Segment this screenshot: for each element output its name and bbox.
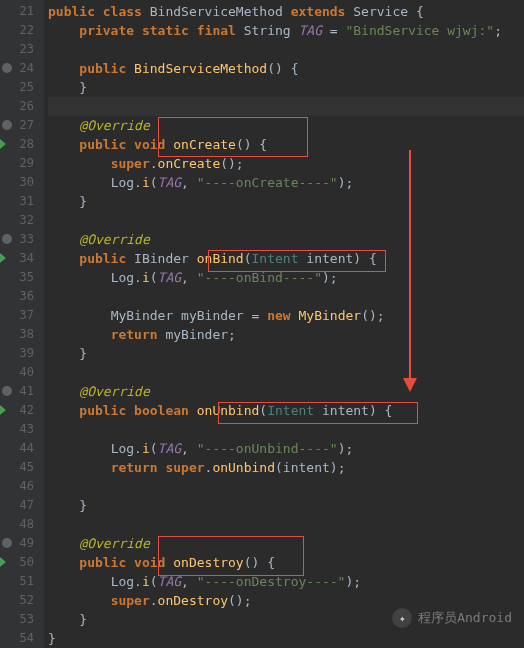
line-number: 32	[0, 211, 44, 230]
line-number: 22	[0, 21, 44, 40]
code-line: public void onCreate() {	[48, 135, 524, 154]
code-line: @Override	[48, 534, 524, 553]
watermark-icon: ✦	[392, 608, 412, 628]
code-line: public class BindServiceMethod extends S…	[48, 2, 524, 21]
gutter-override-icon	[2, 63, 12, 73]
gutter-run-icon	[0, 253, 6, 263]
code-line: @Override	[48, 230, 524, 249]
line-number: 53	[0, 610, 44, 629]
code-area[interactable]: public class BindServiceMethod extends S…	[44, 0, 524, 648]
code-line	[48, 287, 524, 306]
line-number: 42	[0, 401, 44, 420]
code-line: super.onCreate();	[48, 154, 524, 173]
code-line: public IBinder onBind(Intent intent) {	[48, 249, 524, 268]
code-line	[48, 97, 524, 116]
line-number: 29	[0, 154, 44, 173]
line-number: 25	[0, 78, 44, 97]
gutter-override-icon	[2, 386, 12, 396]
line-number: 48	[0, 515, 44, 534]
code-line: Log.i(TAG, "----onBind----");	[48, 268, 524, 287]
line-number: 35	[0, 268, 44, 287]
code-line: Log.i(TAG, "----onUnbind----");	[48, 439, 524, 458]
line-number: 27	[0, 116, 44, 135]
line-number: 45	[0, 458, 44, 477]
line-number: 38	[0, 325, 44, 344]
code-line: Log.i(TAG, "----onDestroy----");	[48, 572, 524, 591]
line-number: 46	[0, 477, 44, 496]
line-number: 31	[0, 192, 44, 211]
code-line: public boolean onUnbind(Intent intent) {	[48, 401, 524, 420]
line-number: 24	[0, 59, 44, 78]
line-number: 54	[0, 629, 44, 648]
line-number: 30	[0, 173, 44, 192]
code-line	[48, 420, 524, 439]
gutter-override-icon	[2, 538, 12, 548]
line-number: 43	[0, 420, 44, 439]
line-number: 36	[0, 287, 44, 306]
line-number: 47	[0, 496, 44, 515]
line-number: 49	[0, 534, 44, 553]
code-line: }	[48, 78, 524, 97]
code-line: return myBinder;	[48, 325, 524, 344]
line-number: 52	[0, 591, 44, 610]
code-line: @Override	[48, 116, 524, 135]
code-line	[48, 211, 524, 230]
gutter-run-icon	[0, 557, 6, 567]
gutter-run-icon	[0, 139, 6, 149]
code-line	[48, 363, 524, 382]
line-number: 50	[0, 553, 44, 572]
line-number: 26	[0, 97, 44, 116]
code-line: private static final String TAG = "BindS…	[48, 21, 524, 40]
gutter: 2122232425262728293031323334353637383940…	[0, 0, 44, 648]
code-line: }	[48, 496, 524, 515]
line-number: 21	[0, 2, 44, 21]
code-line: }	[48, 344, 524, 363]
line-number: 23	[0, 40, 44, 59]
code-line	[48, 40, 524, 59]
code-line: public BindServiceMethod() {	[48, 59, 524, 78]
line-number: 37	[0, 306, 44, 325]
line-number: 40	[0, 363, 44, 382]
code-line	[48, 515, 524, 534]
line-number: 33	[0, 230, 44, 249]
gutter-run-icon	[0, 405, 6, 415]
line-number: 39	[0, 344, 44, 363]
code-line	[48, 477, 524, 496]
code-line: MyBinder myBinder = new MyBinder();	[48, 306, 524, 325]
line-number: 34	[0, 249, 44, 268]
code-line: public void onDestroy() {	[48, 553, 524, 572]
gutter-override-icon	[2, 234, 12, 244]
line-number: 41	[0, 382, 44, 401]
line-number: 28	[0, 135, 44, 154]
code-line: Log.i(TAG, "----onCreate----");	[48, 173, 524, 192]
line-number: 51	[0, 572, 44, 591]
code-line: }	[48, 629, 524, 648]
code-line: }	[48, 192, 524, 211]
watermark: ✦ 程序员Android	[392, 608, 512, 628]
line-number: 44	[0, 439, 44, 458]
code-line: return super.onUnbind(intent);	[48, 458, 524, 477]
code-line: @Override	[48, 382, 524, 401]
gutter-override-icon	[2, 120, 12, 130]
code-editor[interactable]: 2122232425262728293031323334353637383940…	[0, 0, 524, 648]
watermark-text: 程序员Android	[418, 609, 512, 627]
